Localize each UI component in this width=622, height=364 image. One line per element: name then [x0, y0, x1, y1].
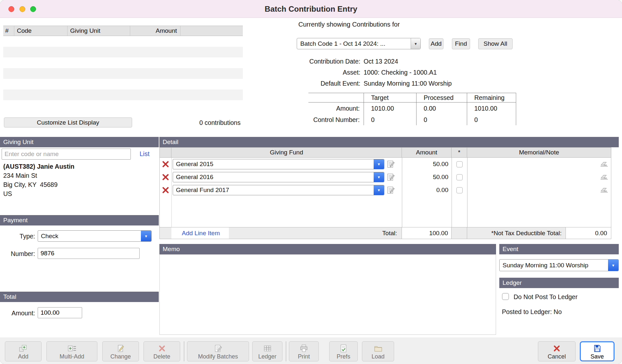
delete-button[interactable]: Delete: [143, 341, 180, 361]
contributions-list-body: [3, 36, 243, 111]
batch-select[interactable]: Batch Code 1 - Oct 14 2024: ... ▼: [297, 38, 421, 49]
do-not-post-to-ledger-checkbox[interactable]: [502, 293, 509, 300]
modify-batches-button[interactable]: Modify Batches: [187, 341, 249, 361]
delete-x-icon: [162, 174, 169, 181]
modify-batches-button-label: Modify Batches: [198, 353, 238, 360]
edit-line-button[interactable]: [387, 186, 395, 194]
cancel-button-label: Cancel: [548, 353, 566, 360]
payment-number-label: Number:: [0, 250, 35, 258]
change-button-label: Change: [110, 353, 131, 360]
payment-type-select[interactable]: Check ▼: [38, 230, 152, 242]
cancel-icon: [553, 344, 561, 353]
customize-list-display-button[interactable]: Customize List Display: [4, 117, 132, 127]
do-not-post-to-ledger-label: Do Not Post To Ledger: [514, 293, 578, 301]
memorial-note-icon: [600, 188, 608, 193]
chevron-down-icon: ▼: [608, 260, 618, 271]
giving-fund-select[interactable]: General Fund 2017 ▼: [173, 185, 384, 195]
line-amount-cell[interactable]: 50.00: [402, 171, 452, 184]
line-amount-cell[interactable]: 50.00: [402, 158, 452, 171]
load-icon: [374, 344, 383, 353]
print-icon: [300, 344, 308, 353]
total-amount-input[interactable]: [38, 307, 82, 318]
add-button[interactable]: Add: [5, 341, 42, 361]
delete-line-button[interactable]: [160, 171, 171, 184]
summary-header-processed: Processed: [416, 93, 467, 103]
memorial-note-cell[interactable]: [467, 184, 611, 197]
prefs-button[interactable]: Prefs: [329, 341, 358, 361]
not-tax-deductible-checkbox[interactable]: [456, 187, 463, 193]
detail-header-giving-fund: Giving Fund: [171, 148, 402, 157]
prefs-icon: [340, 344, 347, 353]
edit-line-button[interactable]: [387, 160, 395, 168]
multi-add-button-label: Multi-Add: [59, 353, 84, 360]
column-header-code[interactable]: Code: [14, 26, 68, 36]
giving-unit-list-link[interactable]: List: [140, 150, 149, 158]
total-section-header: Total: [0, 292, 159, 302]
detail-table-body: General 2015 ▼ General 2016 ▼ General: [159, 158, 611, 227]
delete-icon: [158, 344, 166, 353]
payment-number-input[interactable]: [38, 248, 140, 259]
add-button-label: Add: [18, 353, 28, 360]
change-icon: [117, 344, 125, 353]
batch-info: Contribution Date: Oct 13 2024 Asset: 10…: [243, 56, 452, 89]
summary-control-processed: 0: [416, 114, 467, 125]
ledger-button[interactable]: Ledger: [252, 341, 282, 361]
cancel-button[interactable]: Cancel: [538, 341, 576, 361]
memorial-note-cell[interactable]: [467, 158, 611, 171]
detail-table-header: Giving Fund Amount * Memorial/Note: [159, 147, 611, 158]
minimize-window-button[interactable]: [19, 6, 25, 12]
memorial-note-cell[interactable]: [467, 171, 611, 184]
contribution-date-value: Oct 13 2024: [364, 58, 398, 65]
load-button[interactable]: Load: [362, 341, 394, 361]
toolbar-separator: [286, 341, 286, 361]
not-tax-deductible-checkbox[interactable]: [456, 161, 463, 167]
print-button[interactable]: Print: [289, 341, 319, 361]
giving-unit-search-input[interactable]: [2, 149, 131, 160]
delete-line-button[interactable]: [160, 158, 171, 171]
edit-line-button[interactable]: [387, 173, 395, 181]
zoom-window-button[interactable]: [30, 6, 36, 12]
giving-fund-select[interactable]: General 2015 ▼: [173, 159, 384, 169]
contribution-date-label: Contribution Date:: [243, 58, 360, 65]
delete-line-button[interactable]: [160, 184, 171, 197]
total-amount-label: Amount:: [0, 309, 35, 317]
event-select[interactable]: Sunday Morning 11:00 Worship ▼: [499, 259, 619, 271]
footer-delete-column: [160, 227, 171, 239]
column-header-amount[interactable]: Amount: [130, 26, 180, 36]
batch-show-all-button[interactable]: Show All: [478, 38, 513, 49]
line-amount-cell[interactable]: 0.00: [402, 184, 452, 197]
address-line: US: [3, 189, 74, 198]
detail-total-value: 100.00: [402, 227, 452, 239]
multi-add-button[interactable]: Multi-Add: [46, 341, 97, 361]
column-header-number[interactable]: #: [3, 26, 14, 36]
chevron-down-icon: ▼: [374, 172, 384, 182]
window-title: Batch Contribution Entry: [0, 0, 622, 18]
memo-input[interactable]: [159, 254, 496, 335]
delete-x-icon: [162, 161, 169, 168]
footer-star-column: [452, 227, 467, 239]
modify-batches-icon: [214, 344, 222, 353]
column-header-giving-unit[interactable]: Giving Unit: [68, 26, 130, 36]
delete-x-icon: [162, 187, 169, 194]
batch-find-button[interactable]: Find: [452, 38, 470, 49]
save-button-label: Save: [591, 353, 604, 360]
detail-header-delete-column: [160, 148, 171, 157]
not-tax-deductible-checkbox[interactable]: [456, 174, 463, 180]
list-row-empty: [3, 36, 243, 47]
giving-fund-select[interactable]: General 2016 ▼: [173, 172, 384, 182]
add-line-item-link[interactable]: Add Line Item: [182, 230, 220, 237]
contributions-count: 0 contributions: [182, 119, 258, 127]
ledger-icon: [263, 344, 272, 353]
list-row-empty: [3, 79, 243, 90]
change-button[interactable]: Change: [102, 341, 139, 361]
summary-control-number-label: Control Number:: [308, 114, 364, 125]
list-row-empty: [3, 68, 243, 79]
save-button[interactable]: Save: [580, 341, 615, 361]
asset-value: 1000: Checking - 1000.A1: [364, 69, 437, 76]
payment-type-value: Check: [38, 233, 141, 240]
list-row-empty: [3, 47, 243, 57]
batch-add-button[interactable]: Add: [429, 38, 443, 49]
chevron-down-icon: ▼: [374, 185, 384, 195]
column-header-spacer: [180, 26, 243, 36]
close-window-button[interactable]: [8, 6, 14, 12]
